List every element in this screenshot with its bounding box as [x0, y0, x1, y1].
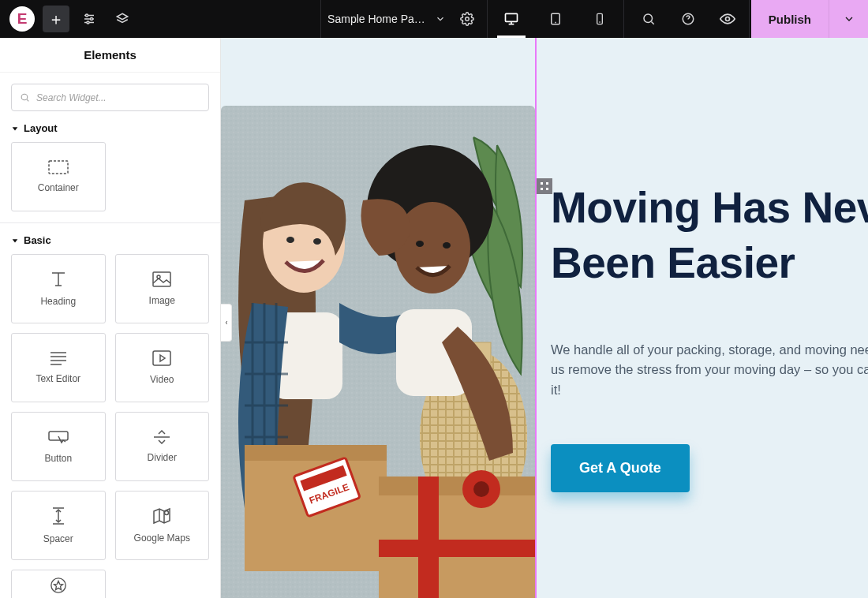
svg-rect-13 — [597, 13, 602, 24]
widget-more[interactable] — [11, 570, 106, 598]
preview-button[interactable] — [708, 0, 747, 38]
category-basic-label: Basic — [24, 234, 51, 246]
element-drag-handle[interactable] — [537, 178, 552, 194]
svg-marker-46 — [54, 581, 62, 590]
help-button[interactable] — [668, 0, 708, 38]
desktop-icon — [503, 11, 519, 27]
publish-button[interactable]: Publish — [751, 0, 829, 38]
svg-point-7 — [466, 17, 470, 21]
hero-section[interactable]: FRAGILE Moving Has Never Been Easier We … — [221, 38, 868, 598]
hero-heading[interactable]: Moving Has Never Been Easier — [551, 180, 868, 291]
site-settings-button[interactable] — [76, 6, 103, 32]
widget-google-maps-label: Google Maps — [134, 533, 190, 544]
topbar-left: E ＋ — [0, 0, 139, 38]
widget-heading[interactable]: Heading — [11, 254, 106, 323]
elementor-logo-icon[interactable]: E — [9, 6, 35, 32]
divider — [320, 0, 321, 38]
chevron-left-icon — [223, 318, 230, 327]
search-icon — [20, 92, 30, 103]
heading-icon — [49, 271, 68, 288]
widget-container[interactable]: Container — [11, 142, 106, 211]
category-divider — [0, 222, 220, 223]
widget-video-label: Video — [150, 374, 174, 385]
add-element-button[interactable]: ＋ — [43, 6, 69, 32]
grid-dots-icon — [540, 181, 549, 191]
svg-point-44 — [165, 511, 169, 515]
widget-divider[interactable]: Divider — [115, 412, 210, 481]
divider-icon — [152, 430, 171, 444]
widget-button[interactable]: Button — [11, 412, 106, 481]
widget-divider-label: Divider — [148, 452, 177, 463]
map-icon — [152, 507, 171, 525]
svg-rect-77 — [379, 540, 535, 557]
hero-cta-button[interactable]: Get A Quote — [551, 444, 690, 492]
widget-button-label: Button — [44, 453, 72, 464]
device-tablet-button[interactable] — [533, 0, 578, 38]
caret-down-icon — [11, 237, 19, 245]
editor-canvas[interactable]: FRAGILE Moving Has Never Been Easier We … — [221, 38, 868, 598]
svg-line-21 — [27, 99, 28, 101]
svg-rect-8 — [505, 13, 517, 21]
responsive-devices — [489, 0, 622, 38]
hero-heading-line2: Been Easier — [551, 238, 795, 287]
widget-google-maps[interactable]: Google Maps — [115, 491, 210, 560]
text-editor-icon — [49, 351, 68, 365]
hero-text-column[interactable]: Moving Has Never Been Easier We handle a… — [551, 180, 868, 492]
image-icon — [152, 271, 171, 287]
publish-options-button[interactable] — [829, 0, 868, 38]
svg-marker-24 — [13, 239, 18, 242]
category-layout-label: Layout — [24, 122, 58, 134]
tablet-icon — [548, 12, 563, 26]
caret-down-icon — [11, 125, 19, 133]
svg-marker-35 — [160, 355, 165, 361]
widget-spacer-label: Spacer — [43, 533, 73, 544]
element-selection-indicator — [535, 38, 537, 598]
svg-point-4 — [91, 18, 93, 21]
panel-title: Elements — [0, 38, 220, 73]
widget-image-label: Image — [149, 295, 175, 306]
spacer-icon — [51, 506, 65, 525]
structure-button[interactable] — [109, 6, 136, 32]
search-input[interactable] — [36, 92, 200, 103]
svg-point-15 — [644, 14, 653, 23]
video-icon — [152, 350, 171, 366]
svg-marker-6 — [117, 13, 128, 20]
svg-point-70 — [443, 242, 451, 249]
widget-video[interactable]: Video — [115, 333, 210, 402]
category-basic-toggle[interactable]: Basic — [11, 234, 209, 246]
basic-widgets: Heading Image Text Editor — [11, 254, 209, 598]
panel-collapse-handle[interactable] — [221, 304, 232, 342]
topbar: E ＋ Sample Home Pa… — [0, 0, 868, 38]
button-icon — [48, 429, 69, 445]
device-desktop-button[interactable] — [489, 0, 533, 38]
topbar-right: Publish — [629, 0, 868, 38]
device-mobile-button[interactable] — [578, 0, 622, 38]
help-icon — [681, 12, 695, 26]
svg-rect-28 — [153, 272, 170, 286]
elements-panel: Elements Layout Contai — [0, 38, 221, 598]
page-settings-button[interactable] — [454, 6, 481, 32]
search-icon — [642, 12, 656, 26]
page-switcher[interactable]: Sample Home Pa… — [323, 0, 451, 38]
eye-icon — [720, 11, 735, 27]
svg-point-20 — [21, 94, 28, 100]
svg-rect-76 — [418, 477, 439, 598]
sliders-icon — [82, 12, 96, 26]
hero-image[interactable]: FRAGILE — [221, 106, 535, 598]
search-widget-field[interactable] — [11, 84, 209, 111]
widget-heading-label: Heading — [40, 296, 76, 307]
svg-point-57 — [286, 237, 294, 243]
star-icon — [50, 577, 67, 594]
hero-paragraph[interactable]: We handle all of your packing, storage, … — [551, 340, 868, 401]
svg-rect-73 — [245, 445, 387, 461]
widget-spacer[interactable]: Spacer — [11, 491, 106, 560]
widget-text-editor[interactable]: Text Editor — [11, 333, 106, 402]
content: Elements Layout Contai — [0, 38, 868, 598]
svg-rect-84 — [546, 182, 548, 185]
finder-button[interactable] — [629, 0, 668, 38]
topbar-middle: Sample Home Pa… — [316, 0, 629, 38]
category-layout-toggle[interactable]: Layout — [11, 122, 209, 134]
widget-image[interactable]: Image — [115, 254, 210, 323]
svg-rect-85 — [541, 188, 543, 190]
mobile-icon — [593, 13, 606, 25]
